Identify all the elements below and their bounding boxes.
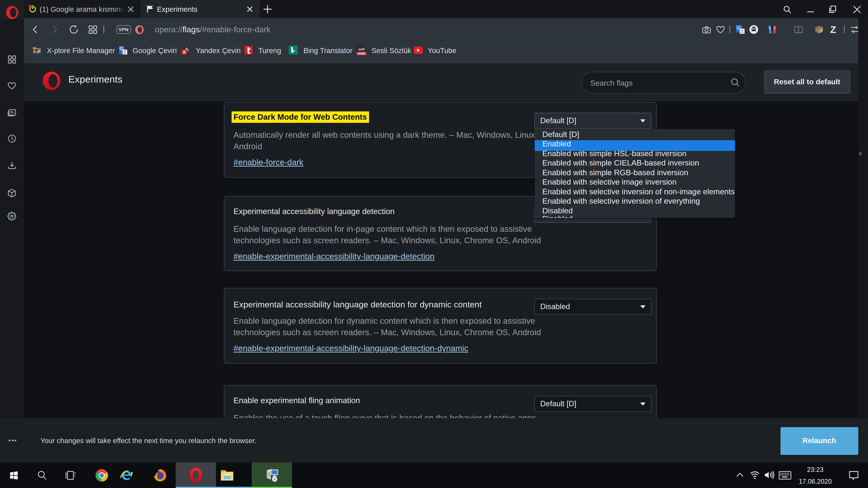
svg-text:文: 文 (123, 50, 127, 54)
svg-text:sözlük: sözlük (358, 52, 365, 55)
svg-text:G: G (120, 46, 123, 51)
svg-text:sesli: sesli (358, 47, 365, 51)
svg-text:文: 文 (740, 29, 744, 33)
svg-text:A: A (183, 50, 186, 55)
